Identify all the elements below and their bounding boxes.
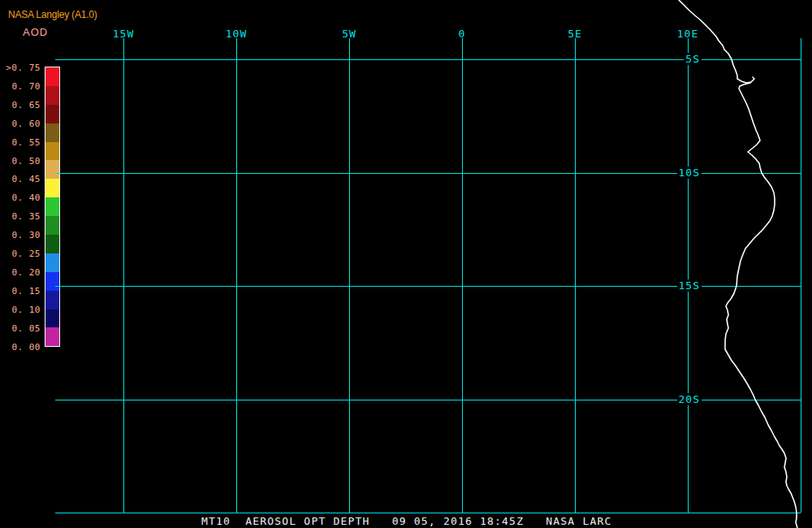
aod-map-screen: NASA Langley (A1.0) AOD >0. 750. 700. 65… [0, 0, 812, 528]
coastline-path [679, 0, 797, 528]
footer-caption: MT10 AEROSOL OPT DEPTH 09 05, 2016 18:45… [201, 515, 612, 527]
map-canvas [0, 0, 812, 528]
